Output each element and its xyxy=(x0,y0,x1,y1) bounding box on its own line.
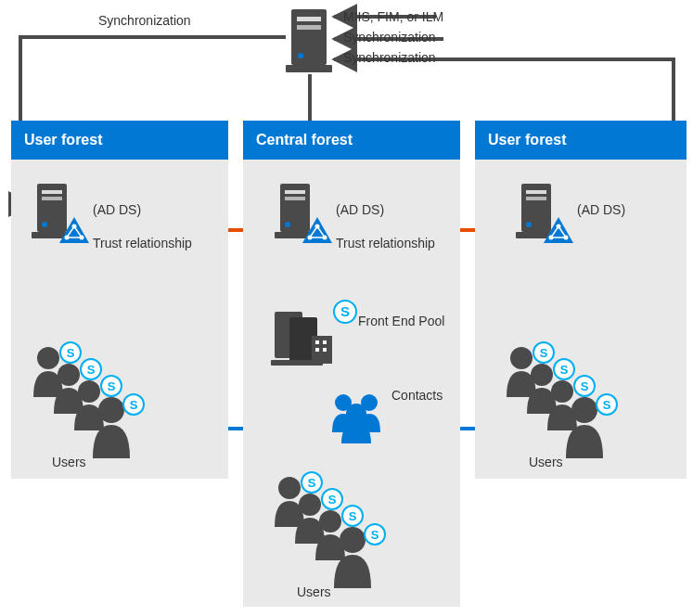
svg-text:S: S xyxy=(67,346,75,360)
svg-point-66 xyxy=(278,477,301,499)
svg-rect-3 xyxy=(297,25,321,30)
svg-point-55 xyxy=(531,364,553,386)
svg-point-43 xyxy=(58,364,80,386)
ad-label-right: (AD DS) xyxy=(577,202,625,217)
svg-text:S: S xyxy=(108,379,116,393)
miis-label: MIIS, FIM, or ILM xyxy=(343,9,443,24)
svg-text:S: S xyxy=(540,346,548,360)
svg-rect-34 xyxy=(323,340,327,344)
ad-triangle-left-icon xyxy=(58,215,91,250)
svg-point-9 xyxy=(42,222,47,227)
forest-header-right: User forest xyxy=(475,121,687,160)
ad-label-left: (AD DS) xyxy=(93,202,141,217)
users-left-label: Users xyxy=(52,455,86,469)
svg-point-17 xyxy=(285,222,290,227)
svg-rect-1 xyxy=(286,65,332,72)
svg-text:S: S xyxy=(87,363,96,377)
users-center-label: Users xyxy=(297,584,331,599)
ad-triangle-right-icon xyxy=(542,215,575,250)
svg-rect-36 xyxy=(323,348,327,352)
svg-point-68 xyxy=(319,510,341,533)
svg-rect-23 xyxy=(526,190,546,194)
svg-point-45 xyxy=(98,397,124,423)
sync-label-left: Synchronization xyxy=(98,13,191,28)
svg-text:S: S xyxy=(308,476,316,490)
contacts-icon xyxy=(327,390,390,446)
users-left-icon: S S S S xyxy=(28,341,158,465)
svg-rect-33 xyxy=(315,340,319,344)
svg-text:S: S xyxy=(328,493,337,507)
svg-point-56 xyxy=(551,380,573,403)
svg-text:S: S xyxy=(581,379,589,393)
forest-header-center: Central forest xyxy=(243,121,460,160)
svg-rect-15 xyxy=(285,190,305,194)
front-end-pool-label: Front End Pool xyxy=(358,314,444,328)
svg-point-4 xyxy=(298,53,303,58)
svg-point-42 xyxy=(37,347,59,369)
svg-text:S: S xyxy=(603,398,611,412)
trust-label-center: Trust relationship xyxy=(336,236,435,250)
svg-point-57 xyxy=(571,397,597,423)
svg-rect-35 xyxy=(315,348,319,352)
svg-rect-16 xyxy=(285,197,305,200)
users-right-icon: S S S S xyxy=(501,341,631,465)
ad-label-center: (AD DS) xyxy=(336,202,384,217)
svg-rect-32 xyxy=(312,336,332,364)
svg-point-25 xyxy=(526,222,532,227)
users-right-label: Users xyxy=(529,455,563,469)
svg-text:S: S xyxy=(560,363,569,377)
svg-point-44 xyxy=(78,380,100,403)
svg-text:S: S xyxy=(371,528,379,542)
sync-label-r2: Synchronization xyxy=(343,50,436,65)
svg-rect-7 xyxy=(42,190,62,194)
svg-point-41 xyxy=(346,404,366,424)
svg-rect-2 xyxy=(297,17,321,21)
svg-rect-24 xyxy=(526,197,546,200)
ad-triangle-center-icon xyxy=(301,215,334,250)
sync-label-r1: Synchronization xyxy=(343,30,436,45)
svg-rect-8 xyxy=(42,197,62,200)
diagram-canvas: MIIS, FIM, or ILM Synchronization Synchr… xyxy=(0,0,693,616)
forest-header-left: User forest xyxy=(11,121,228,160)
svg-text:S: S xyxy=(349,509,357,523)
svg-point-67 xyxy=(299,494,321,516)
svg-text:S: S xyxy=(340,303,350,319)
svg-text:S: S xyxy=(130,398,138,412)
users-center-icon: S S S S xyxy=(269,471,399,595)
trust-label-left: Trust relationship xyxy=(93,236,192,250)
contacts-label: Contacts xyxy=(391,388,443,403)
skype-badge-pool: S xyxy=(332,299,358,327)
svg-point-69 xyxy=(340,527,366,553)
svg-point-54 xyxy=(510,347,533,369)
sync-server-icon xyxy=(286,7,332,77)
